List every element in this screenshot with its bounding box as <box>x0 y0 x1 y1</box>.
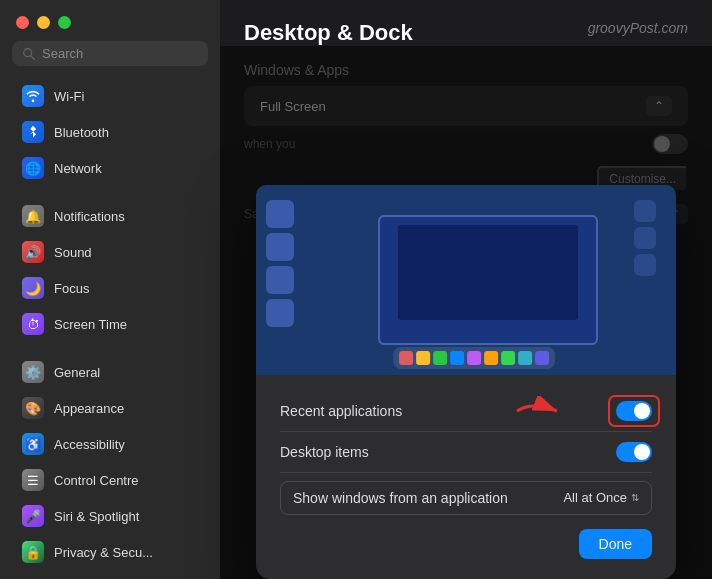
sound-icon: 🔊 <box>22 241 44 263</box>
sidebar-item-label-network: Network <box>54 161 102 176</box>
desktop-items-row: Desktop items <box>280 432 652 473</box>
dock-settings-modal: Recent applications <box>256 185 676 579</box>
appearance-icon: 🎨 <box>22 397 44 419</box>
preview-icon-4 <box>266 299 294 327</box>
bluetooth-icon <box>22 121 44 143</box>
dock-color-4 <box>450 351 464 365</box>
done-button[interactable]: Done <box>579 529 652 559</box>
network-icon: 🌐 <box>22 157 44 179</box>
sidebar-item-privacy[interactable]: 🔒 Privacy & Secu... <box>6 535 214 569</box>
sidebar-item-label-wifi: Wi-Fi <box>54 89 84 104</box>
screentime-icon: ⏱ <box>22 313 44 335</box>
privacy-icon: 🔒 <box>22 541 44 563</box>
sidebar-item-label-privacy: Privacy & Secu... <box>54 545 153 560</box>
preview-icon-2 <box>266 233 294 261</box>
main-content: Desktop & Dock groovyPost.com Windows & … <box>220 0 712 579</box>
sidebar-item-siri[interactable]: 🎤 Siri & Spotlight <box>6 499 214 533</box>
preview-screen <box>378 215 598 345</box>
show-windows-row[interactable]: Show windows from an application All at … <box>280 481 652 515</box>
sidebar-item-label-general: General <box>54 365 100 380</box>
modal-overlay: Recent applications <box>220 46 712 579</box>
recent-apps-row: Recent applications <box>280 391 652 432</box>
desktop-items-row-right <box>616 442 652 462</box>
sidebar: Search Wi-Fi Bluetooth 🌐 Network 🔔 Notif… <box>0 0 220 579</box>
sidebar-item-appearance[interactable]: 🎨 Appearance <box>6 391 214 425</box>
preview-screen-inner <box>398 225 578 320</box>
sidebar-item-network[interactable]: 🌐 Network <box>6 151 214 185</box>
dock-color-8 <box>518 351 532 365</box>
notifications-icon: 🔔 <box>22 205 44 227</box>
sidebar-item-label-bluetooth: Bluetooth <box>54 125 109 140</box>
preview-app-icons <box>266 200 294 327</box>
dock-color-9 <box>535 351 549 365</box>
desktop-items-toggle[interactable] <box>616 442 652 462</box>
chevron-updown-icon: ⇅ <box>631 492 639 503</box>
fullscreen-button[interactable] <box>58 16 71 29</box>
minimize-button[interactable] <box>37 16 50 29</box>
focus-icon: 🌙 <box>22 277 44 299</box>
dock-color-2 <box>416 351 430 365</box>
show-windows-dropdown[interactable]: All at Once ⇅ <box>563 490 639 505</box>
recent-apps-toggle-thumb <box>634 403 650 419</box>
search-box[interactable]: Search <box>12 41 208 66</box>
toggle-highlight-wrapper <box>616 401 652 421</box>
sidebar-item-label-focus: Focus <box>54 281 89 296</box>
close-button[interactable] <box>16 16 29 29</box>
sidebar-item-controlcentre[interactable]: ☰ Control Centre <box>6 463 214 497</box>
sidebar-item-label-appearance: Appearance <box>54 401 124 416</box>
svg-line-1 <box>31 55 35 59</box>
traffic-lights <box>0 0 220 41</box>
modal-dock-preview <box>256 185 676 375</box>
preview-sidebar-icons <box>634 200 656 276</box>
accessibility-icon: ♿ <box>22 433 44 455</box>
sidebar-item-screentime[interactable]: ⏱ Screen Time <box>6 307 214 341</box>
sidebar-item-label-sound: Sound <box>54 245 92 260</box>
dock-color-3 <box>433 351 447 365</box>
main-header: Desktop & Dock groovyPost.com <box>220 0 712 46</box>
sidebar-item-bluetooth[interactable]: Bluetooth <box>6 115 214 149</box>
show-windows-value: All at Once <box>563 490 627 505</box>
sidebar-item-wifi[interactable]: Wi-Fi <box>6 79 214 113</box>
general-icon: ⚙️ <box>22 361 44 383</box>
dock-color-6 <box>484 351 498 365</box>
desktop-items-label: Desktop items <box>280 444 369 460</box>
show-windows-label: Show windows from an application <box>293 490 508 506</box>
sidebar-item-sound[interactable]: 🔊 Sound <box>6 235 214 269</box>
modal-footer: Done <box>256 515 676 559</box>
search-input[interactable]: Search <box>42 46 198 61</box>
recent-apps-label: Recent applications <box>280 403 402 419</box>
sidebar-items-list: Wi-Fi Bluetooth 🌐 Network 🔔 Notification… <box>0 78 220 579</box>
watermark-text: groovyPost.com <box>588 20 688 36</box>
main-body: Windows & Apps Full Screen ⌃ when you Cu… <box>220 46 712 579</box>
sidebar-item-label-notifications: Notifications <box>54 209 125 224</box>
preview-dock <box>393 347 555 369</box>
controlcentre-icon: ☰ <box>22 469 44 491</box>
modal-rows: Recent applications <box>256 375 676 515</box>
sidebar-item-label-screentime: Screen Time <box>54 317 127 332</box>
preview-side-icon-3 <box>634 254 656 276</box>
preview-side-icon-2 <box>634 227 656 249</box>
recent-apps-row-right <box>616 401 652 421</box>
siri-icon: 🎤 <box>22 505 44 527</box>
preview-icon-3 <box>266 266 294 294</box>
desktop-items-toggle-thumb <box>634 444 650 460</box>
dock-color-1 <box>399 351 413 365</box>
sidebar-item-general[interactable]: ⚙️ General <box>6 355 214 389</box>
dock-color-5 <box>467 351 481 365</box>
sidebar-item-focus[interactable]: 🌙 Focus <box>6 271 214 305</box>
search-icon <box>22 47 36 61</box>
page-title: Desktop & Dock <box>244 20 413 46</box>
wifi-icon <box>22 85 44 107</box>
sidebar-item-label-accessibility: Accessibility <box>54 437 125 452</box>
sidebar-item-label-siri: Siri & Spotlight <box>54 509 139 524</box>
sidebar-item-accessibility[interactable]: ♿ Accessibility <box>6 427 214 461</box>
recent-apps-toggle[interactable] <box>616 401 652 421</box>
sidebar-item-notifications[interactable]: 🔔 Notifications <box>6 199 214 233</box>
arrow-container <box>512 396 572 426</box>
sidebar-item-label-controlcentre: Control Centre <box>54 473 139 488</box>
preview-side-icon-1 <box>634 200 656 222</box>
preview-icon-1 <box>266 200 294 228</box>
arrow-icon <box>512 396 572 426</box>
dock-color-7 <box>501 351 515 365</box>
